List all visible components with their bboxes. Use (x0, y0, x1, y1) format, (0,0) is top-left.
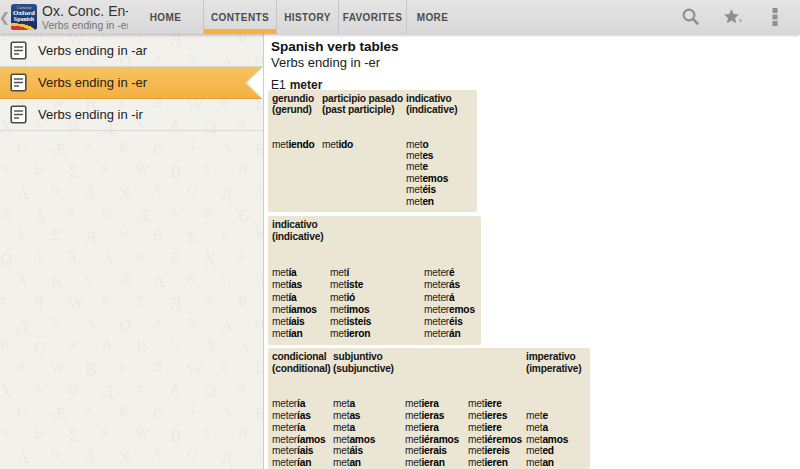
watermark-letter: Я (153, 360, 162, 376)
conjugation-cell: metisteis (330, 316, 371, 328)
conjugation-cell (406, 116, 457, 127)
watermark-letter: X (255, 448, 263, 460)
conjugation-cell: metieron (330, 328, 371, 340)
conjugation-cell (424, 231, 475, 243)
watermark-letter: X (0, 382, 12, 402)
conjugation-cell (526, 398, 581, 410)
conjugation-cell (330, 255, 371, 267)
watermark-letter: Æ (119, 272, 131, 288)
watermark-letter: Д (85, 184, 95, 200)
watermark-letter: G (34, 338, 46, 358)
table-column: subjuntivo(subjunctive) metametasmetamet… (333, 351, 394, 469)
conjugation-cell (272, 375, 331, 387)
watermark-letter: Σ (68, 162, 78, 182)
up-caret-icon[interactable]: ❮ (0, 0, 9, 34)
overflow-menu-button[interactable] (760, 2, 790, 32)
conjugation-cell: meteré (424, 267, 475, 279)
tab-label: CONTENTS (211, 12, 269, 23)
add-favorite-button[interactable] (718, 2, 748, 32)
watermark-letter: R (136, 338, 147, 358)
conjugation-cell: meteremos (424, 304, 475, 316)
watermark-letter: G (153, 140, 165, 160)
conjugation-cell: meta (333, 422, 394, 434)
watermark-letter: Ω (187, 184, 197, 200)
tab-home[interactable]: HOME (128, 0, 203, 34)
detail-pane: Spanish verb tables Verbs ending in -er … (264, 34, 800, 469)
watermark-letter: X (119, 184, 131, 204)
conjugation-cell: condicional (272, 351, 331, 363)
conjugation-cell: meterás (424, 279, 475, 291)
tab-contents[interactable]: CONTENTS (203, 0, 276, 34)
conjugation-cell: metes (406, 150, 457, 161)
app-icon[interactable]: Concise Oxford Spanish (11, 4, 37, 30)
document-icon (10, 73, 27, 92)
conjugation-cell (272, 116, 315, 127)
watermark-letter: W (0, 426, 10, 438)
conjugation-cell (405, 375, 459, 387)
watermark-letter: W (255, 228, 264, 244)
conjugation-cell: (past participle) (322, 104, 403, 115)
conjugation-cell: metiera (405, 398, 459, 410)
watermark-letter: W (68, 294, 84, 314)
sidebar-item-verbs-ir[interactable]: Verbs ending in -ir (0, 99, 263, 131)
watermark-letter: Σ (51, 228, 59, 244)
watermark-letter: B (34, 162, 43, 178)
app-screen: ❮ Concise Oxford Spanish Ox. Conc. En-Sp… (0, 0, 800, 469)
conjugation-cell (405, 351, 459, 363)
title-block: Ox. Conc. En-Sp Dict Verbs ending in -er (42, 0, 128, 34)
table-column: imperativo(imperative) metemetametamosme… (526, 351, 581, 469)
watermark-letter: Σ (255, 360, 263, 376)
action-bar: ❮ Concise Oxford Spanish Ox. Conc. En-Sp… (0, 0, 800, 34)
watermark-letter: Σ (119, 360, 125, 372)
watermark-letter: Æ (204, 338, 216, 354)
sidebar-item-verbs-er[interactable]: Verbs ending in -er (0, 67, 263, 99)
conjugation-cell: mete (526, 410, 581, 422)
document-icon (10, 105, 27, 124)
watermark-letter: X (136, 382, 144, 394)
watermark-letter: Á (102, 250, 114, 270)
table-column: metímetistemetiómetimosmetisteismetieron (330, 219, 371, 340)
watermark-letter: B (153, 228, 162, 244)
conjugation-cell (468, 363, 522, 375)
document-icon (10, 41, 27, 60)
watermark-letter: B (170, 426, 181, 446)
watermark-letter: Á (170, 382, 180, 398)
watermark-letter: Æ (0, 206, 12, 222)
content-header: Spanish verb tables Verbs ending in -er … (271, 39, 399, 92)
conjugation-cell: metíais (272, 316, 323, 328)
watermark-letter: X (255, 184, 263, 196)
watermark-letter: Д (34, 250, 42, 262)
contents-sidebar: ΣЯWBΣЯWBДXÁΩДXÁΩRGÆARGÆAЯWBΣЯWBΣXÁΩДXÁΩД… (0, 34, 264, 469)
watermark-letter: B (238, 294, 247, 310)
watermark-letter: Æ (187, 404, 197, 416)
conjugation-cell: metiereis (468, 445, 522, 457)
watermark-letter: Д (221, 448, 233, 468)
watermark-letter: A (238, 338, 250, 358)
conjugation-cell: meterías (272, 410, 331, 422)
conjugation-cell: metieras (405, 410, 459, 422)
watermark-letter: Д (238, 382, 246, 394)
tab-more[interactable]: MORE (406, 0, 458, 34)
conjugation-cell: gerundio (272, 93, 315, 104)
tab-history[interactable]: HISTORY (276, 0, 338, 34)
watermark-letter: G (153, 404, 165, 424)
conjugation-cell: metía (272, 267, 323, 279)
watermark-letter: A (221, 140, 231, 156)
conjugation-cell (468, 375, 522, 387)
conjugation-cell: indicativo (272, 219, 323, 231)
add-favorite-star-icon (721, 6, 745, 28)
watermark-letter: A (153, 272, 165, 292)
sidebar-item-verbs-ar[interactable]: Verbs ending in -ar (0, 35, 263, 67)
tab-favorites[interactable]: FAVORITES (338, 0, 406, 34)
search-button[interactable] (676, 2, 706, 32)
watermark-letter: Σ (204, 426, 210, 438)
watermark-letter: W (0, 162, 10, 174)
watermark-letter: B (85, 360, 96, 380)
watermark-letter: Σ (0, 294, 6, 306)
watermark-letter: Д (170, 250, 180, 266)
table-column: condicional(conditional) meteríameterías… (272, 351, 331, 469)
watermark-letter: Ω (68, 382, 78, 398)
watermark-letter: X (68, 250, 78, 266)
watermark-letter: A (170, 206, 178, 218)
conjugation-cell (272, 255, 323, 267)
